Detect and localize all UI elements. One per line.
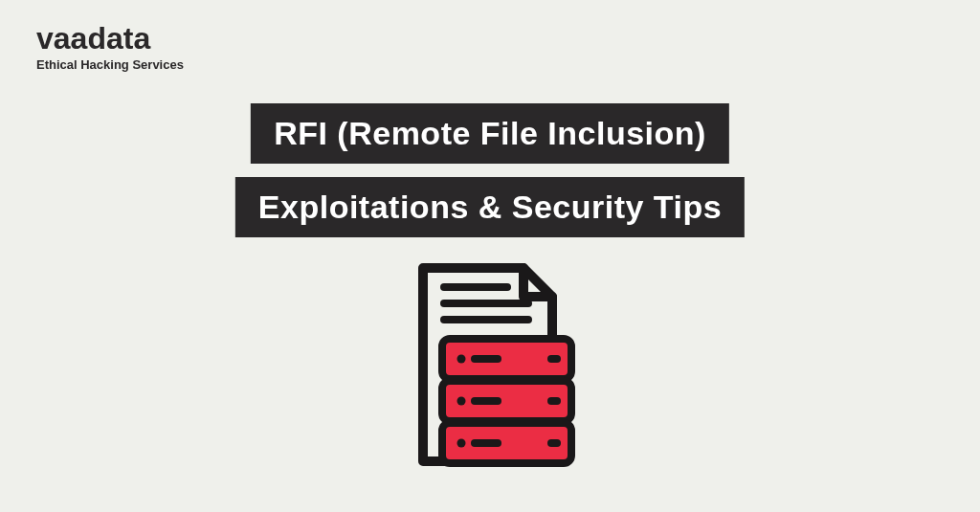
svg-rect-6 [547, 355, 561, 363]
svg-rect-5 [471, 355, 501, 363]
logo-tagline-text: Ethical Hacking Services [36, 57, 184, 72]
svg-point-4 [457, 355, 466, 364]
title-banner-line2: Exploitations & Security Tips [235, 177, 745, 237]
svg-point-12 [457, 439, 466, 448]
logo-brand-text: vaadata [36, 23, 184, 54]
svg-rect-10 [547, 397, 561, 405]
document-server-icon [394, 260, 586, 484]
title-section: RFI (Remote File Inclusion) Exploitation… [235, 103, 745, 237]
svg-point-8 [457, 397, 466, 406]
logo: vaadata Ethical Hacking Services [36, 23, 184, 72]
svg-rect-14 [547, 439, 561, 447]
svg-rect-9 [471, 397, 501, 405]
svg-rect-13 [471, 439, 501, 447]
title-banner-line1: RFI (Remote File Inclusion) [251, 103, 729, 164]
